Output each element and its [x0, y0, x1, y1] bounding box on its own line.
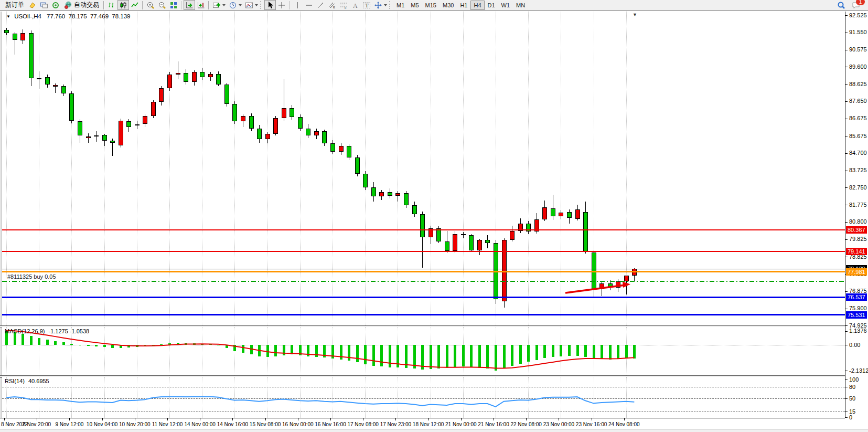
candle-body — [257, 129, 262, 139]
macd-values: -1.1275 -1.0538 — [48, 328, 89, 334]
timeframe-button-d1[interactable]: D1 — [485, 1, 498, 10]
fibonacci-tool-button[interactable]: F — [338, 0, 349, 10]
separator — [103, 1, 104, 9]
status-bar — [0, 429, 868, 432]
dropdown-caret — [239, 4, 242, 6]
rsi-label: RSI(14) 40.6955 — [5, 378, 49, 384]
time-scale[interactable]: 8 Nov 20228 Nov 20:009 Nov 12:0010 Nov 0… — [0, 418, 845, 429]
timeframe-button-w1[interactable]: W1 — [498, 1, 513, 10]
vertical-line-tool-button[interactable] — [292, 0, 303, 10]
arrows-tool-button[interactable] — [372, 0, 389, 10]
yellow-document-icon — [28, 1, 37, 9]
candle-body — [551, 208, 555, 216]
time-tick — [428, 418, 429, 420]
candle-body — [290, 108, 294, 117]
notifications-button[interactable]: 1 — [850, 0, 862, 10]
crosshair-icon — [277, 1, 286, 9]
time-label: 14 Nov 00:00 — [184, 422, 216, 427]
scroll-position-marker[interactable]: ▼ — [633, 12, 637, 17]
main-toolbar: 新订单 自动交易 — [0, 0, 868, 10]
toolbar-right-group: 1 — [835, 0, 862, 10]
time-label: 17 Nov 08:00 — [347, 422, 379, 427]
zoom-out-button[interactable] — [156, 0, 168, 10]
price-tick — [845, 119, 848, 119]
zoom-in-button[interactable] — [145, 0, 156, 10]
gridline — [300, 12, 301, 325]
candle-body — [322, 131, 327, 144]
collapse-arrow-icon[interactable]: ▼ — [6, 14, 10, 19]
gridline — [561, 12, 561, 325]
time-tick — [37, 418, 37, 420]
trendline-tool-button[interactable] — [315, 0, 326, 10]
rsi-indicator-pane[interactable]: RSI(14) 40.6955 — [2, 377, 845, 418]
line-chart-mode-button[interactable] — [129, 0, 141, 10]
candle-body — [37, 78, 41, 79]
separator — [289, 1, 290, 9]
rsi-scale-label: 80 — [849, 384, 855, 390]
clock-icon — [229, 1, 237, 9]
timeframe-button-m5[interactable]: M5 — [408, 1, 422, 10]
gridline — [137, 12, 137, 325]
search-button[interactable] — [835, 0, 847, 10]
price-scale[interactable]: 92.52591.55090.57589.60088.62587.65086.6… — [845, 12, 868, 418]
timeframe-button-m1[interactable]: M1 — [393, 1, 408, 10]
time-label: 9 Nov 12:00 — [53, 422, 85, 427]
timeframe-button-m30[interactable]: M30 — [440, 1, 457, 10]
candle-body — [282, 108, 286, 118]
candle-body — [412, 205, 417, 214]
candle-body — [469, 235, 474, 250]
time-tick — [559, 418, 559, 420]
templates-button[interactable] — [243, 0, 260, 10]
gridline — [365, 12, 366, 325]
tile-windows-button[interactable] — [168, 0, 179, 10]
autotrade-label: 自动交易 — [74, 1, 99, 9]
price-tick-label: 83.725 — [849, 167, 867, 173]
macd-scale-label: -2.1312 — [849, 367, 868, 374]
timeframe-button-h1[interactable]: H1 — [457, 1, 470, 10]
macd-scale-label: 1.1376 — [849, 328, 867, 334]
gridline — [6, 12, 7, 325]
rsi-tick — [845, 412, 848, 412]
candle-body — [119, 121, 123, 145]
add-indicator-icon — [212, 1, 221, 9]
candle-body — [167, 75, 172, 88]
timeframe-button-h4[interactable]: H4 — [470, 1, 484, 10]
text-tool-button[interactable]: A — [349, 0, 361, 10]
candle-body — [94, 135, 99, 136]
channel-tool-button[interactable]: E — [326, 0, 338, 10]
price-tick — [845, 67, 848, 67]
timeframe-button-mn[interactable]: MN — [513, 1, 528, 10]
gridline — [398, 12, 398, 325]
time-label: 15 Nov 08:00 — [249, 422, 282, 427]
indicators-button[interactable] — [211, 0, 227, 10]
price-tick — [845, 205, 848, 205]
rsi-scale-label: 100 — [849, 376, 859, 383]
cursor-button[interactable] — [264, 0, 276, 10]
auto-scroll-button[interactable] — [184, 0, 195, 10]
candle-body — [485, 240, 490, 243]
autotrade-button[interactable]: 自动交易 — [61, 0, 102, 10]
market-watch-button[interactable] — [27, 0, 38, 10]
gridline — [234, 12, 235, 325]
candle-body — [355, 157, 360, 173]
new-order-button[interactable]: 新订单 — [1, 0, 27, 10]
horizontal-line-tool-button[interactable] — [303, 0, 315, 10]
main-price-pane[interactable]: ▼ USOil-,H4 77.760 78.175 77.469 78.139 … — [2, 12, 845, 325]
macd-indicator-pane[interactable]: MACD(12,26,9) -1.1275 -1.0538 — [2, 327, 845, 375]
candle-body — [69, 93, 74, 121]
signal-button[interactable] — [50, 0, 61, 10]
bar-chart-mode-button[interactable] — [106, 0, 117, 10]
dropdown-caret — [384, 4, 387, 6]
bar-chart-icon — [108, 1, 116, 9]
chart-shift-button[interactable] — [195, 0, 207, 10]
crosshair-button[interactable] — [276, 0, 287, 10]
price-tick — [845, 50, 848, 50]
candlestick-mode-button[interactable] — [117, 0, 129, 10]
candle-wick — [178, 61, 178, 79]
terminals-button[interactable] — [38, 0, 50, 10]
periods-button[interactable] — [227, 0, 243, 10]
mt4-terminal: { "toolbar": { "new_order_label": "新订单",… — [0, 0, 868, 432]
text-label-tool-button[interactable]: T — [361, 0, 372, 10]
timeframe-button-m15[interactable]: M15 — [422, 1, 440, 10]
time-tick — [265, 418, 266, 420]
